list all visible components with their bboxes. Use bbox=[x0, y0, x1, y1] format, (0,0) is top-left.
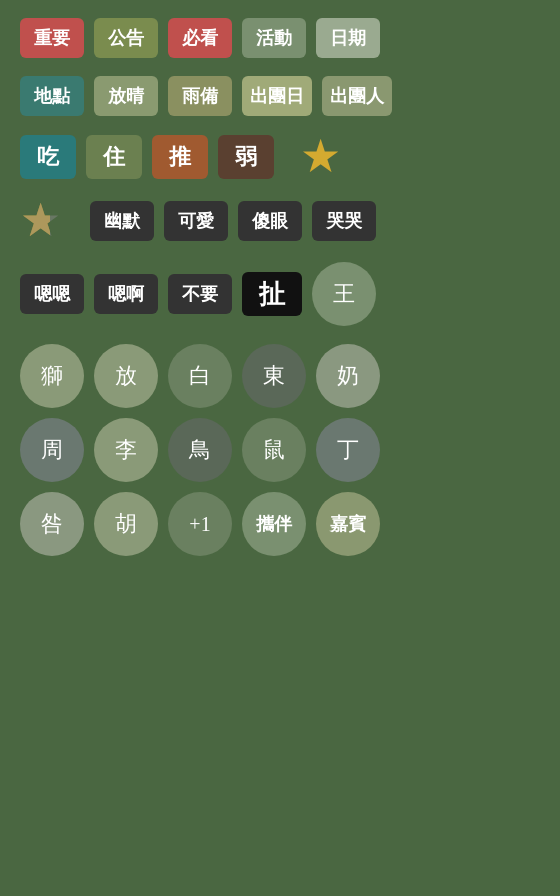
badge-important[interactable]: 重要 bbox=[20, 18, 84, 58]
badge-companion[interactable]: 攜伴 bbox=[242, 492, 306, 556]
badge-depart-person[interactable]: 出團人 bbox=[322, 76, 392, 116]
circle-bai[interactable]: 白 bbox=[168, 344, 232, 408]
badge-humor[interactable]: 幽默 bbox=[90, 201, 154, 241]
circle-nai[interactable]: 奶 bbox=[316, 344, 380, 408]
badge-depart-day[interactable]: 出團日 bbox=[242, 76, 312, 116]
badge-mm[interactable]: 嗯嗯 bbox=[20, 274, 84, 314]
row-2: 地點 放晴 雨備 出團日 出團人 bbox=[10, 76, 550, 116]
circle-shu[interactable]: 鼠 bbox=[242, 418, 306, 482]
badge-rain[interactable]: 雨備 bbox=[168, 76, 232, 116]
badge-notice[interactable]: 公告 bbox=[94, 18, 158, 58]
badge-activity[interactable]: 活動 bbox=[242, 18, 306, 58]
star-full[interactable]: ★ bbox=[300, 134, 341, 180]
row-5: 嗯嗯 嗯啊 不要 扯 王 bbox=[10, 262, 550, 326]
circle-ding[interactable]: 丁 bbox=[316, 418, 380, 482]
circle-dong[interactable]: 東 bbox=[242, 344, 306, 408]
circle-wang[interactable]: 王 bbox=[312, 262, 376, 326]
badge-no[interactable]: 不要 bbox=[168, 274, 232, 314]
badge-silly[interactable]: 傻眼 bbox=[238, 201, 302, 241]
badge-guest[interactable]: 嘉賓 bbox=[316, 492, 380, 556]
circle-fang[interactable]: 放 bbox=[94, 344, 158, 408]
row-4: ★ ★ 幽默 可愛 傻眼 哭哭 bbox=[10, 198, 550, 244]
badge-cute[interactable]: 可愛 bbox=[164, 201, 228, 241]
row-8: 咎 胡 +1 攜伴 嘉賓 bbox=[10, 492, 550, 556]
badge-eat[interactable]: 吃 bbox=[20, 135, 76, 179]
badge-weak[interactable]: 弱 bbox=[218, 135, 274, 179]
badge-date[interactable]: 日期 bbox=[316, 18, 380, 58]
badge-che[interactable]: 扯 bbox=[242, 272, 302, 316]
badge-recommend[interactable]: 推 bbox=[152, 135, 208, 179]
row-7: 周 李 鳥 鼠 丁 bbox=[10, 418, 550, 482]
badge-stay[interactable]: 住 bbox=[86, 135, 142, 179]
circle-hu[interactable]: 胡 bbox=[94, 492, 158, 556]
star-half[interactable]: ★ ★ bbox=[20, 198, 80, 244]
circle-niao[interactable]: 鳥 bbox=[168, 418, 232, 482]
badge-location[interactable]: 地點 bbox=[20, 76, 84, 116]
badge-cry[interactable]: 哭哭 bbox=[312, 201, 376, 241]
row-6: 獅 放 白 東 奶 bbox=[10, 344, 550, 408]
circle-li[interactable]: 李 bbox=[94, 418, 158, 482]
circle-shi[interactable]: 獅 bbox=[20, 344, 84, 408]
circle-plus1[interactable]: +1 bbox=[168, 492, 232, 556]
circle-zhou[interactable]: 周 bbox=[20, 418, 84, 482]
row-3: 吃 住 推 弱 ★ bbox=[10, 134, 550, 180]
badge-must-see[interactable]: 必看 bbox=[168, 18, 232, 58]
badge-ma[interactable]: 嗯啊 bbox=[94, 274, 158, 314]
circle-jiu[interactable]: 咎 bbox=[20, 492, 84, 556]
badge-sunny[interactable]: 放晴 bbox=[94, 76, 158, 116]
row-1: 重要 公告 必看 活動 日期 bbox=[10, 18, 550, 58]
